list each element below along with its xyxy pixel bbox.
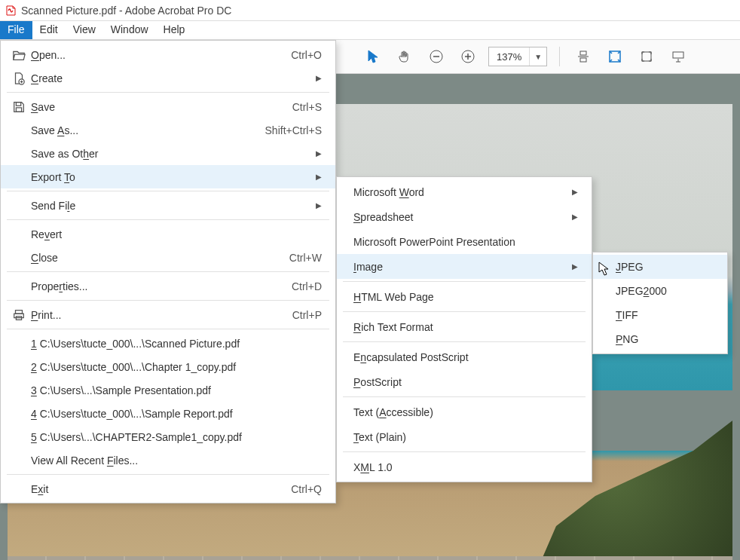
svg-rect-17 — [16, 310, 23, 314]
window-title: Scanned Picture.pdf - Adobe Acrobat Pro … — [21, 5, 231, 17]
menu-properties-accel: Ctrl+D — [261, 280, 322, 292]
toolbar-separator — [559, 47, 560, 66]
menu-recent-5[interactable]: 5 C:\Users\...\CHAPTER2-Sample1_copy.pdf — [1, 425, 335, 448]
menu-bar: File Edit View Window Help — [0, 21, 740, 40]
submenu-arrow-icon: ▶ — [286, 74, 322, 82]
file-menu-dropdown: Open... Ctrl+O Create ▶ Save Ctrl+S Save… — [0, 40, 336, 503]
menu-edit[interactable]: Edit — [32, 21, 66, 39]
menu-export-to[interactable]: Export To ▶ — [1, 165, 335, 188]
menu-properties[interactable]: Properties... Ctrl+D — [1, 274, 335, 298]
menu-separator — [7, 300, 329, 301]
menu-save-as[interactable]: Save As... Shift+Ctrl+S — [1, 118, 335, 142]
document-plus-icon — [8, 72, 29, 85]
export-rtf[interactable]: Rich Text Format — [337, 314, 592, 339]
menu-separator — [7, 191, 329, 191]
menu-window[interactable]: Window — [103, 21, 156, 39]
export-image[interactable]: Image▶ — [337, 254, 592, 279]
image-png[interactable]: PNG — [593, 327, 727, 351]
menu-help[interactable]: Help — [156, 21, 193, 39]
menu-separator — [343, 396, 586, 397]
export-spreadsheet[interactable]: Spreadsheet▶ — [337, 204, 592, 229]
image-jpeg2000[interactable]: JPEG2000 — [593, 279, 727, 303]
menu-file[interactable]: File — [0, 21, 32, 39]
menu-save-as-accel: Shift+Ctrl+S — [235, 124, 322, 136]
menu-export-to-label: Export To — [29, 171, 75, 183]
export-text-plain[interactable]: Text (Plain) — [337, 424, 592, 449]
menu-close[interactable]: Close Ctrl+W — [1, 246, 335, 269]
menu-separator — [7, 474, 329, 475]
zoom-out-icon[interactable] — [425, 45, 448, 68]
menu-save-other[interactable]: Save as Other ▶ — [1, 142, 335, 165]
menu-recent-1[interactable]: 1 C:\Users\tucte_000\...\Scanned Picture… — [1, 332, 335, 355]
menu-save[interactable]: Save Ctrl+S — [1, 95, 335, 118]
fit-width-icon[interactable] — [572, 45, 595, 68]
chevron-down-icon: ▼ — [529, 47, 546, 66]
menu-revert[interactable]: Revert — [1, 222, 335, 246]
export-eps[interactable]: Encapsulated PostScript — [337, 344, 592, 369]
menu-separator — [343, 341, 586, 342]
menu-recent-4[interactable]: 4 C:\Users\tucte_000\...\Sample Report.p… — [1, 402, 335, 425]
select-tool-icon[interactable] — [362, 45, 384, 68]
menu-view[interactable]: View — [66, 21, 103, 39]
menu-recent-2[interactable]: 2 C:\Users\tucte_000\...\Chapter 1_copy.… — [1, 355, 335, 378]
title-bar: Scanned Picture.pdf - Adobe Acrobat Pro … — [0, 0, 740, 21]
menu-save-accel: Ctrl+S — [262, 101, 322, 113]
menu-exit-accel: Ctrl+Q — [261, 483, 322, 495]
image-format-submenu: JPEG JPEG2000 TIFF PNG — [592, 252, 728, 354]
menu-separator — [7, 271, 329, 272]
svg-rect-16 — [16, 107, 21, 111]
menu-open[interactable]: Open... Ctrl+O — [1, 43, 335, 66]
image-tiff[interactable]: TIFF — [593, 303, 727, 327]
svg-rect-10 — [673, 52, 683, 58]
print-icon — [8, 308, 29, 322]
menu-save-label: Save — [29, 101, 55, 113]
svg-rect-6 — [580, 58, 586, 62]
svg-rect-15 — [16, 102, 20, 106]
svg-rect-5 — [580, 51, 586, 55]
export-html[interactable]: HTML Web Page — [337, 284, 592, 309]
submenu-arrow-icon: ▶ — [286, 201, 322, 210]
submenu-arrow-icon: ▶ — [286, 173, 322, 181]
fullscreen-icon[interactable] — [635, 45, 658, 68]
export-text-accessible[interactable]: Text (Accessible) — [337, 399, 592, 424]
zoom-select[interactable]: 137% ▼ — [488, 47, 547, 66]
export-word[interactable]: Microsoft Word▶ — [337, 179, 592, 204]
fit-page-icon[interactable] — [604, 45, 626, 68]
menu-print[interactable]: Print... Ctrl+P — [1, 303, 335, 326]
submenu-arrow-icon: ▶ — [286, 149, 322, 158]
menu-separator — [343, 281, 586, 282]
zoom-value: 137% — [489, 51, 529, 63]
save-icon — [8, 100, 29, 114]
image-jpeg[interactable]: JPEG — [593, 255, 727, 279]
menu-save-other-label: Save as Other — [29, 148, 99, 160]
export-ps[interactable]: PostScript — [337, 369, 592, 394]
export-ppt[interactable]: Microsoft PowerPoint Presentation — [337, 229, 592, 254]
zoom-in-icon[interactable] — [457, 45, 479, 68]
acrobat-icon — [5, 5, 17, 17]
read-mode-icon[interactable] — [667, 45, 690, 68]
menu-create-label: Create — [29, 72, 63, 84]
menu-send-file[interactable]: Send File ▶ — [1, 194, 335, 217]
menu-separator — [7, 92, 329, 93]
menu-send-file-label: Send File — [29, 200, 75, 212]
folder-open-icon — [8, 48, 29, 62]
menu-open-accel: Ctrl+O — [261, 49, 322, 61]
submenu-arrow-icon: ▶ — [542, 262, 578, 271]
menu-print-accel: Ctrl+P — [262, 309, 322, 321]
menu-exit[interactable]: Exit Ctrl+Q — [1, 477, 335, 500]
menu-create[interactable]: Create ▶ — [1, 66, 335, 90]
menu-close-accel: Ctrl+W — [259, 252, 322, 264]
menu-recent-3[interactable]: 3 C:\Users\...\Sample Presentation.pdf — [1, 378, 335, 402]
export-xml[interactable]: XML 1.0 — [337, 454, 592, 479]
menu-save-as-label: Save As... — [29, 124, 78, 136]
menu-separator — [7, 219, 329, 220]
menu-view-all-recent[interactable]: View All Recent Files... — [1, 448, 335, 472]
menu-separator — [343, 451, 586, 452]
menu-close-label: Close — [29, 252, 58, 264]
menu-properties-label: Properties... — [29, 280, 88, 292]
svg-rect-9 — [642, 52, 651, 61]
export-to-submenu: Microsoft Word▶ Spreadsheet▶ Microsoft P… — [336, 176, 592, 482]
hand-tool-icon[interactable] — [393, 45, 416, 68]
submenu-arrow-icon: ▶ — [542, 188, 578, 196]
menu-revert-label: Revert — [29, 228, 62, 240]
